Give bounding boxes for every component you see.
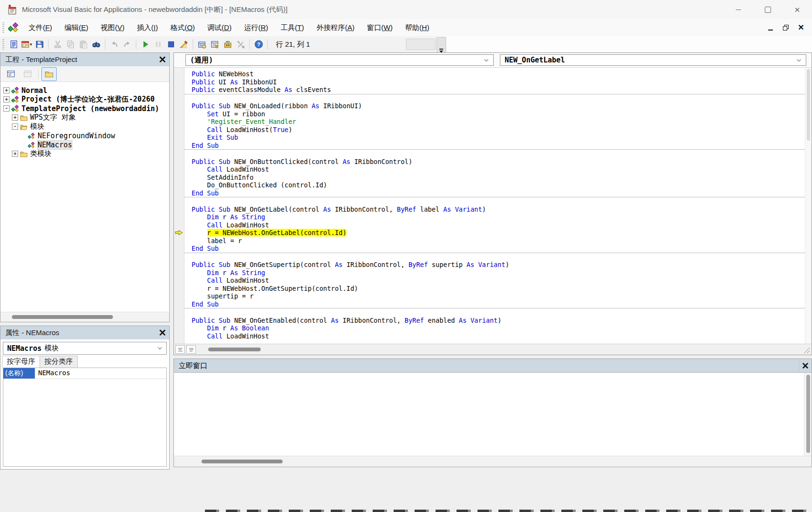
- immediate-titlebar[interactable]: 立即窗口 ✕: [174, 359, 812, 372]
- object-browser-button[interactable]: [221, 38, 234, 51]
- break-icon: [154, 40, 162, 49]
- code-lines[interactable]: Public NEWebHostPublic UI As IRibbonUIPu…: [184, 68, 805, 344]
- mdi-restore-icon: [783, 25, 789, 31]
- selected-object-type: 模块: [44, 344, 59, 353]
- tab-alphabetic[interactable]: 按字母序: [2, 356, 40, 368]
- view-code-button[interactable]: [3, 67, 19, 81]
- immediate-vscrollbar[interactable]: [804, 373, 812, 456]
- menu-i[interactable]: 插入(I): [131, 20, 164, 35]
- menu-w[interactable]: 窗口(W): [361, 20, 399, 35]
- tree-item-project-20260[interactable]: +Project (博士学位论文-张君伍-20260: [0, 95, 169, 104]
- scrollbar-thumb[interactable]: [807, 69, 810, 141]
- tree-item-neforegroundwindow[interactable]: NEForegroundWindow: [0, 131, 169, 140]
- expand-icon[interactable]: +: [12, 114, 18, 121]
- menu-e[interactable]: 编辑(E): [58, 20, 94, 35]
- project-explorer-toolbar: [0, 66, 169, 82]
- mdi-restore-button[interactable]: [780, 22, 792, 33]
- properties-window-button[interactable]: [208, 38, 221, 51]
- code-line-10: End Sub: [184, 142, 805, 150]
- code-line-6: Set UI = ribbon: [184, 110, 805, 118]
- tree-item-nemacros[interactable]: NEMacros: [0, 140, 169, 149]
- immediate-close-button[interactable]: ✕: [799, 359, 812, 372]
- tree-item-[interactable]: +类模块: [0, 149, 169, 158]
- properties-titlebar[interactable]: 属性 - NEMacros ✕: [0, 326, 169, 339]
- menu-o[interactable]: 格式(O): [164, 20, 201, 35]
- mdi-close-button[interactable]: ✕: [795, 22, 807, 33]
- insert-form-button[interactable]: ▾: [20, 38, 33, 51]
- project-explorer-close-button[interactable]: ✕: [156, 53, 169, 66]
- scrollbar-thumb[interactable]: [806, 375, 810, 453]
- expand-icon[interactable]: +: [12, 151, 18, 157]
- code-line-33: Dim r As Boolean: [184, 324, 805, 332]
- host-view-icon: [10, 40, 18, 49]
- full-module-view-button[interactable]: [186, 345, 196, 354]
- code-line-18: Public Sub NEW_OnGetLabel(control As IRi…: [184, 205, 805, 214]
- procedure-combo[interactable]: NEW_OnGetLabel: [500, 54, 806, 66]
- toolbar-grip[interactable]: [2, 39, 4, 50]
- code-vscrollbar[interactable]: [805, 68, 812, 344]
- tree-item-label: 模块: [30, 122, 44, 131]
- minimize-button[interactable]: [723, 0, 753, 19]
- code-line-12: Public Sub NEW_OnButtonClicked(control A…: [184, 158, 805, 166]
- immediate-hscrollbar[interactable]: [174, 456, 812, 467]
- margin-indicator-bar[interactable]: [174, 68, 184, 344]
- execution-point-arrow: [175, 230, 183, 236]
- object-combo[interactable]: (通用): [185, 54, 494, 66]
- resize-grip[interactable]: [804, 348, 810, 353]
- code-line-16: End Sub: [184, 189, 805, 197]
- code-line-3: Public eventClassModule As clsEvents: [184, 86, 805, 94]
- help-button[interactable]: [252, 38, 265, 51]
- code-line-8: Call LoadWinHost(True): [184, 126, 805, 134]
- design-mode-button[interactable]: [177, 38, 190, 51]
- menu-v[interactable]: 视图(V): [94, 20, 131, 35]
- toggle-folders-button[interactable]: [41, 67, 57, 81]
- find-button[interactable]: [90, 38, 102, 51]
- properties-close-button[interactable]: ✕: [156, 327, 169, 339]
- maximize-button[interactable]: [753, 0, 782, 19]
- expand-icon[interactable]: +: [3, 96, 10, 102]
- design-mode-icon: [180, 40, 188, 49]
- procedure-view-button[interactable]: [175, 345, 185, 354]
- toolbox-button: [234, 38, 247, 51]
- scrollbar-thumb[interactable]: [208, 348, 261, 351]
- expand-icon[interactable]: +: [3, 87, 10, 93]
- tree-item-[interactable]: -模块: [0, 122, 169, 131]
- tree-item-normal[interactable]: +Normal: [0, 86, 169, 95]
- collapse-icon[interactable]: -: [3, 105, 10, 112]
- collapse-icon[interactable]: -: [12, 123, 18, 130]
- run-button[interactable]: [139, 38, 152, 51]
- dropdown-arrow-icon[interactable]: ▾: [30, 42, 32, 47]
- menubar-grip[interactable]: [2, 22, 4, 33]
- code-line-30: End Sub: [184, 300, 805, 308]
- save-button[interactable]: [33, 38, 46, 51]
- tree-item-wps[interactable]: +WPS文字 对象: [0, 113, 169, 122]
- code-line-29: supertip = r: [184, 292, 805, 300]
- menu-t[interactable]: 工具(T): [274, 20, 310, 35]
- scrollbar-thumb[interactable]: [12, 315, 113, 319]
- property-name-cell[interactable]: (名称): [3, 368, 35, 379]
- document-system-menu-icon[interactable]: [8, 22, 19, 33]
- immediate-content[interactable]: [174, 372, 812, 456]
- property-row[interactable]: (名称)NEMacros: [3, 368, 166, 379]
- property-value-cell[interactable]: NEMacros: [35, 368, 73, 379]
- project-explorer-button[interactable]: [195, 38, 208, 51]
- code-line-21: r = NEWebHost.OnGetLabel(control.Id): [184, 229, 805, 237]
- reset-button[interactable]: [164, 38, 177, 51]
- close-button[interactable]: ✕: [782, 0, 812, 19]
- scrollbar-thumb[interactable]: [202, 460, 283, 463]
- chevron-down-icon: [484, 59, 489, 62]
- menu-r[interactable]: 运行(R): [238, 20, 274, 35]
- host-view-button[interactable]: [7, 38, 20, 51]
- menu-f[interactable]: 文件(F): [22, 20, 58, 35]
- mdi-minimize-button[interactable]: [764, 22, 777, 33]
- project-tree-hscrollbar[interactable]: [0, 312, 169, 322]
- menu-d[interactable]: 调试(D): [201, 20, 238, 35]
- menu-h[interactable]: 帮助(H): [399, 20, 436, 35]
- tree-item-templateproject-newebwordaddin[interactable]: -TemplateProject (newebwordaddin): [0, 104, 169, 113]
- folder-icon: [20, 114, 28, 122]
- menu-a[interactable]: 外接程序(A): [310, 20, 361, 35]
- code-line-2: Public UI As IRibbonUI: [184, 78, 805, 86]
- tab-categorized[interactable]: 按分类序: [40, 356, 78, 368]
- project-explorer-titlebar[interactable]: 工程 - TemplateProject ✕: [0, 53, 169, 66]
- properties-object-selector[interactable]: NEMacros 模块: [3, 342, 167, 355]
